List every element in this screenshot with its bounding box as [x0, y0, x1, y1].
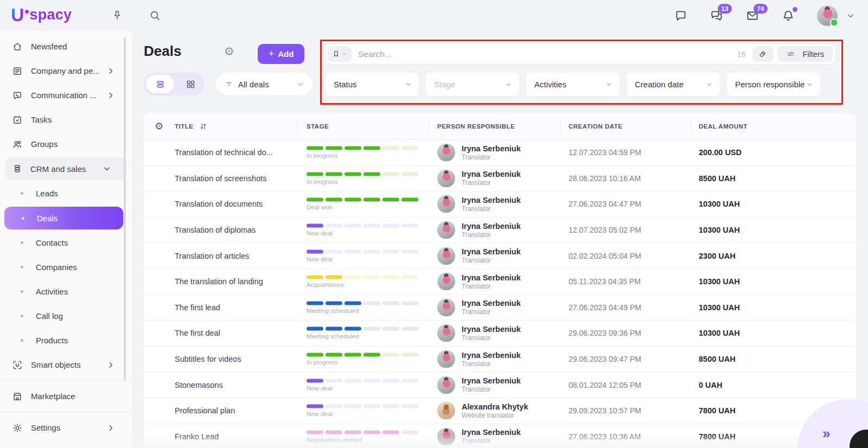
- deal-title[interactable]: Translation of technical do...: [175, 148, 273, 157]
- deal-title[interactable]: The first lead: [175, 303, 220, 312]
- avatar: [437, 298, 455, 316]
- deal-title[interactable]: Translation of documents: [175, 200, 263, 208]
- table-settings-gear-icon[interactable]: ⚙: [155, 120, 163, 132]
- stage-segment-filled: [344, 301, 361, 305]
- deal-title[interactable]: Translation of screenshots: [175, 174, 267, 183]
- table-row[interactable]: The first dealMeeting scheduledIryna Ser…: [144, 321, 856, 347]
- table-row[interactable]: Professional planNew dealAlexandra Khyty…: [144, 398, 856, 424]
- filter-chip-activities[interactable]: Activities: [526, 73, 620, 96]
- person-cell[interactable]: Iryna SerbeniukTranslator: [437, 195, 521, 213]
- grid-view-button[interactable]: [176, 75, 205, 93]
- saved-search-button[interactable]: [328, 46, 352, 62]
- person-cell[interactable]: Iryna SerbeniukTranslator: [437, 273, 521, 291]
- sidebar-item-call-log[interactable]: Call log: [0, 304, 132, 328]
- deal-amount: 10300 UAH: [699, 200, 740, 208]
- person-cell[interactable]: Iryna SerbeniukTranslator: [437, 350, 521, 368]
- table-row[interactable]: Translation of screenshotsIn progressIry…: [144, 166, 856, 192]
- search-input[interactable]: [352, 49, 737, 59]
- sidebar-item-marketplace[interactable]: Marketplace: [0, 384, 132, 408]
- person-cell[interactable]: Alexandra KhytykWebsite translator: [437, 402, 528, 420]
- sidebar-item-contacts[interactable]: Contacts: [0, 231, 132, 255]
- pin-icon[interactable]: [111, 9, 123, 21]
- deals-filter-label: All deals: [238, 80, 296, 89]
- person-cell[interactable]: Iryna SerbeniukTranslator: [437, 247, 521, 265]
- filter-chip-status[interactable]: Status: [326, 73, 419, 96]
- person-cell[interactable]: Iryna SerbeniukTranslator: [437, 169, 521, 187]
- table-row[interactable]: The first leadMeeting scheduledIryna Ser…: [144, 295, 856, 321]
- sidebar-item-settings[interactable]: Settings: [0, 415, 132, 440]
- table-row[interactable]: The translation of landingAcquaintanceIr…: [144, 269, 856, 295]
- person-cell[interactable]: Iryna SerbeniukTranslator: [437, 221, 521, 239]
- sidebar-item-companies[interactable]: Companies: [0, 255, 132, 279]
- column-header-amount[interactable]: DEAL AMOUNT: [699, 123, 748, 130]
- filter-chip-creation-date[interactable]: Creation date: [627, 73, 720, 96]
- table-row[interactable]: Franko LeadNegotiations startedIryna Ser…: [144, 424, 856, 448]
- stage-cell: Deal won: [307, 198, 418, 210]
- deal-title[interactable]: Franko Lead: [175, 432, 219, 441]
- person-text: Iryna SerbeniukTranslator: [462, 376, 521, 394]
- stage-segment-empty: [363, 276, 380, 279]
- page-settings-gear-icon[interactable]: ⚙: [224, 45, 234, 58]
- stage-segment-empty: [382, 353, 399, 357]
- person-cell[interactable]: Iryna SerbeniukTranslator: [437, 298, 521, 316]
- filters-button[interactable]: Filters: [777, 46, 833, 62]
- table-row[interactable]: Subtitles for videosIn progressIryna Ser…: [144, 347, 856, 373]
- column-header-stage[interactable]: STAGE: [307, 123, 329, 130]
- deals-filter-dropdown[interactable]: All deals: [216, 73, 312, 95]
- table-row[interactable]: Translation of technical do...In progres…: [144, 140, 856, 166]
- eraser-icon: [758, 49, 767, 59]
- sidebar-item-leads[interactable]: Leads: [0, 181, 132, 206]
- chats-button[interactable]: 13: [710, 9, 724, 23]
- table-header: ⚙ TITLE STAGE PERSON RESPONSIBLE CREATIO…: [144, 113, 856, 140]
- profile-chevron-down-icon[interactable]: [845, 10, 856, 21]
- add-deal-button[interactable]: + Add: [258, 44, 304, 64]
- sidebar-item-products[interactable]: Products: [0, 328, 132, 353]
- uspacy-logo[interactable]: U spacy: [11, 5, 72, 24]
- chevron-down-icon: [296, 80, 305, 88]
- sidebar-item-deals[interactable]: Deals: [4, 207, 123, 229]
- column-separator: [297, 122, 298, 131]
- sidebar-item-tasks[interactable]: Tasks: [0, 107, 132, 132]
- deal-title[interactable]: The translation of landing: [175, 277, 263, 286]
- sidebar-item-communication[interactable]: Communication ...: [0, 83, 132, 107]
- column-header-title[interactable]: TITLE: [175, 121, 208, 131]
- table-row[interactable]: Translation of diplomasNew dealIryna Ser…: [144, 217, 856, 244]
- sidebar-item-label: Smart objects: [31, 360, 105, 369]
- person-cell[interactable]: Iryna SerbeniukTranslator: [437, 376, 521, 394]
- sidebar-item-newsfeed[interactable]: Newsfeed: [0, 34, 132, 59]
- table-row[interactable]: Translation of articlesNew dealIryna Ser…: [144, 243, 856, 269]
- deal-title[interactable]: Subtitles for videos: [175, 355, 241, 363]
- sidebar-item-smart-objects[interactable]: Smart objects: [0, 353, 132, 377]
- chevron-down-icon: [101, 163, 112, 174]
- sliders-icon: [786, 49, 795, 59]
- stage-segment-filled: [401, 198, 418, 202]
- deal-title[interactable]: Professional plan: [175, 406, 235, 415]
- deal-title[interactable]: Translation of diplomas: [175, 226, 256, 234]
- sidebar-item-crm-and-sales[interactable]: CRM and sales: [5, 157, 126, 180]
- filter-chip-person-responsible[interactable]: Person responsible: [727, 73, 820, 96]
- sidebar-item-company-and-pe[interactable]: Company and pe...: [0, 59, 132, 83]
- sidebar-item-groups[interactable]: Groups: [0, 132, 132, 156]
- sidebar-item-activities[interactable]: Activities: [0, 279, 132, 304]
- filter-chip-stage[interactable]: Stage: [426, 73, 519, 96]
- mail-button[interactable]: 74: [745, 9, 760, 23]
- person-cell[interactable]: Iryna SerbeniukTranslator: [437, 427, 521, 445]
- bullet-icon: [21, 339, 23, 342]
- list-view-button[interactable]: [146, 75, 174, 93]
- search-icon[interactable]: [149, 9, 161, 22]
- deal-title[interactable]: The first deal: [175, 329, 220, 337]
- notifications-button[interactable]: [781, 9, 795, 23]
- column-header-date[interactable]: CREATION DATE: [569, 123, 622, 130]
- person-cell[interactable]: Iryna SerbeniukTranslator: [437, 144, 521, 162]
- user-avatar[interactable]: [817, 5, 838, 26]
- deal-title[interactable]: Stonemasons: [175, 381, 223, 389]
- sort-icon[interactable]: [199, 121, 208, 131]
- person-cell[interactable]: Iryna SerbeniukTranslator: [437, 324, 521, 342]
- column-header-person[interactable]: PERSON RESPONSIBLE: [437, 123, 515, 130]
- comment-button[interactable]: [674, 9, 688, 23]
- table-row[interactable]: StonemasonsNew dealIryna SerbeniukTransl…: [144, 372, 856, 398]
- table-row[interactable]: Translation of documentsDeal wonIryna Se…: [144, 191, 856, 217]
- clear-search-button[interactable]: [752, 46, 773, 62]
- deal-title[interactable]: Translation of articles: [175, 252, 249, 260]
- sidebar-scrollbar[interactable]: [124, 37, 126, 380]
